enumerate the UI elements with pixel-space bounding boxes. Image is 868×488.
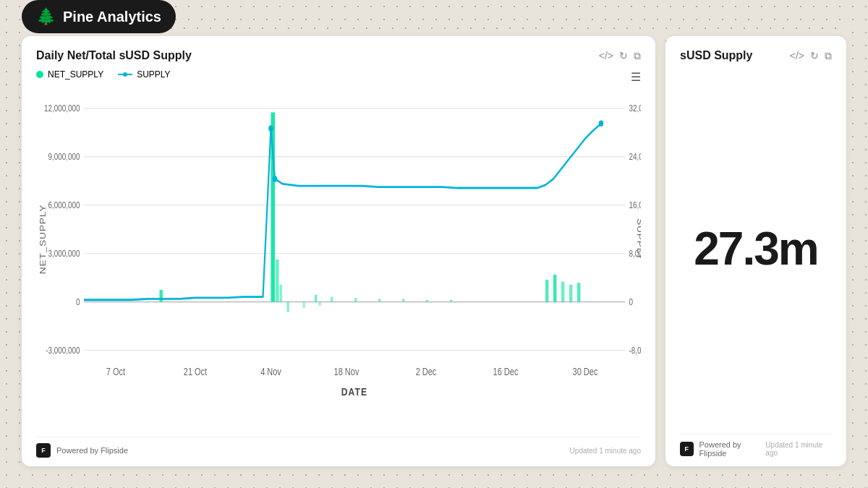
svg-rect-21 [160,290,163,302]
svg-rect-26 [331,297,333,302]
right-refresh-icon[interactable]: ↻ [810,50,819,61]
right-flipside-label: Powered by Flipside [699,440,766,458]
right-code-icon[interactable]: </> [790,50,804,61]
svg-rect-32 [545,280,548,302]
chart-panel-header: Daily Net/Total sUSD Supply </> ↻ ⧉ [36,49,641,62]
svg-rect-27 [354,298,357,302]
svg-rect-31 [450,300,452,302]
legend-row: NET_SUPPLY SUPPLY ☰ [36,69,641,84]
supply-line-icon [118,72,132,77]
svg-text:12,000,000: 12,000,000 [44,103,80,113]
outer-container: 🌲 Pine Analytics Daily Net/Total sUSD Su… [22,22,846,466]
svg-rect-34 [561,282,564,302]
updated-timestamp: Updated 1 minute ago [570,447,641,455]
right-panel: sUSD Supply </> ↻ ⧉ 27.3m F Powered by F… [665,36,846,466]
svg-text:-3,000,000: -3,000,000 [46,346,80,355]
svg-point-1 [123,72,127,77]
metric-display: 27.3m [680,69,832,428]
svg-rect-35 [569,285,572,302]
svg-rect-28 [378,299,380,301]
chart-panel: Daily Net/Total sUSD Supply </> ↻ ⧉ NET_… [22,36,655,466]
svg-text:SUPPLY: SUPPLY [635,218,641,260]
header-bar: 🌲 Pine Analytics [22,0,176,33]
svg-text:3,000,000: 3,000,000 [48,249,80,258]
svg-text:-8,000,000: -8,000,000 [629,346,642,355]
supply-legend-line [118,72,132,77]
svg-rect-39 [319,302,321,307]
net-supply-label: NET_SUPPLY [48,69,103,80]
right-updated-timestamp: Updated 1 minute ago [765,441,832,457]
svg-text:9,000,000: 9,000,000 [48,152,80,161]
flipside-branding: F Powered by Flipside [36,443,128,458]
svg-rect-24 [280,285,282,302]
chart-area: 12,000,000 9,000,000 6,000,000 3,000,000… [36,88,641,431]
svg-rect-29 [402,299,404,301]
svg-point-42 [599,121,604,127]
svg-point-41 [273,176,278,181]
svg-rect-37 [287,302,289,312]
svg-rect-25 [315,295,317,302]
right-panel-header: sUSD Supply </> ↻ ⧉ [680,49,832,62]
svg-text:24,000,000: 24,000,000 [629,152,642,161]
svg-text:32,000,000: 32,000,000 [629,103,642,113]
svg-text:6,000,000: 6,000,000 [48,200,80,210]
flipside-label: Powered by Flipside [56,446,128,455]
svg-text:2 Dec: 2 Dec [416,367,437,378]
svg-text:4 Nov: 4 Nov [260,367,281,378]
app-title: Pine Analytics [63,9,161,25]
supply-label: SUPPLY [137,69,170,80]
chart-title: Daily Net/Total sUSD Supply [36,49,192,62]
chart-svg: 12,000,000 9,000,000 6,000,000 3,000,000… [36,88,641,431]
chart-panel-footer: F Powered by Flipside Updated 1 minute a… [36,437,641,458]
svg-rect-38 [303,302,305,308]
right-panel-actions: </> ↻ ⧉ [790,50,832,62]
right-panel-title: sUSD Supply [680,49,752,62]
svg-text:21 Oct: 21 Oct [184,367,208,378]
right-copy-icon[interactable]: ⧉ [825,50,832,62]
main-content: Daily Net/Total sUSD Supply </> ↻ ⧉ NET_… [22,36,846,466]
copy-icon[interactable]: ⧉ [634,50,641,62]
flipside-logo: F [36,443,51,458]
svg-text:NET_SUPPLY: NET_SUPPLY [39,205,48,275]
svg-text:30 Dec: 30 Dec [573,367,598,378]
svg-text:0: 0 [629,297,634,307]
code-icon[interactable]: </> [599,50,613,61]
tree-icon: 🌲 [36,7,56,26]
svg-text:16,000,000: 16,000,000 [629,200,642,210]
hamburger-menu-icon[interactable]: ☰ [631,70,641,84]
right-flipside-branding: F Powered by Flipside [680,440,765,458]
svg-point-40 [268,126,273,132]
right-panel-footer: F Powered by Flipside Updated 1 minute a… [680,434,832,458]
legend-supply: SUPPLY [118,69,170,80]
refresh-icon[interactable]: ↻ [619,50,628,61]
net-supply-dot [36,71,43,78]
chart-actions: </> ↻ ⧉ [599,50,641,62]
legend: NET_SUPPLY SUPPLY [36,69,171,80]
svg-text:7 Oct: 7 Oct [106,367,126,378]
logo-pill: 🌲 Pine Analytics [22,0,176,33]
svg-rect-36 [577,283,580,301]
metric-value: 27.3m [694,222,817,275]
svg-text:16 Dec: 16 Dec [493,367,519,378]
svg-text:18 Nov: 18 Nov [334,367,359,378]
svg-text:0: 0 [76,297,80,307]
svg-rect-23 [276,260,278,302]
svg-rect-30 [426,300,428,302]
svg-text:DATE: DATE [341,385,367,398]
right-flipside-logo: F [680,442,694,456]
svg-rect-33 [553,275,556,302]
legend-net-supply: NET_SUPPLY [36,69,103,80]
